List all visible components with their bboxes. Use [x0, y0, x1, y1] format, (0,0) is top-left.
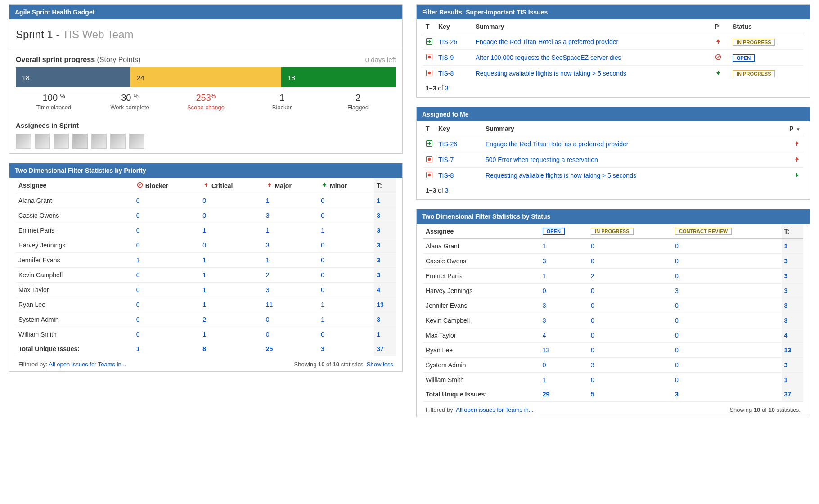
count-link[interactable]: 0: [675, 376, 679, 383]
row-total[interactable]: 4: [784, 332, 788, 339]
row-total[interactable]: 3: [377, 242, 380, 249]
count-link[interactable]: 1: [321, 316, 324, 323]
issue-key[interactable]: TIS-8: [438, 70, 454, 77]
count-link[interactable]: 4: [543, 332, 546, 339]
avatar[interactable]: [110, 134, 126, 149]
count-link[interactable]: 1: [136, 256, 140, 264]
total-critical[interactable]: 8: [202, 345, 206, 352]
count-link[interactable]: 1: [321, 301, 324, 308]
filter-link[interactable]: All open issues for Teams in...: [456, 406, 533, 413]
count-link[interactable]: 3: [591, 361, 594, 369]
issue-key[interactable]: TIS-8: [438, 172, 454, 179]
col-inprogress[interactable]: IN PROGRESS: [588, 224, 672, 239]
count-link[interactable]: 0: [591, 346, 594, 354]
count-link[interactable]: 0: [675, 302, 679, 309]
count-link[interactable]: 3: [543, 302, 546, 309]
count-link[interactable]: 0: [591, 376, 594, 383]
count-link[interactable]: 1: [321, 227, 324, 234]
row-total[interactable]: 1: [377, 331, 380, 338]
row-total[interactable]: 3: [377, 271, 380, 279]
count-link[interactable]: 0: [675, 243, 679, 250]
count-link[interactable]: 0: [321, 256, 324, 264]
count-link[interactable]: 2: [266, 271, 270, 279]
count-link[interactable]: 0: [675, 361, 679, 369]
count-link[interactable]: 0: [202, 197, 206, 204]
col-assignee[interactable]: Assignee: [16, 178, 134, 194]
count-link[interactable]: 3: [266, 242, 270, 249]
row-total[interactable]: 3: [784, 302, 788, 309]
count-link[interactable]: 0: [675, 346, 679, 354]
count-link[interactable]: 0: [321, 212, 324, 219]
total-minor[interactable]: 3: [321, 345, 324, 352]
row-total[interactable]: 3: [377, 212, 380, 219]
count-link[interactable]: 1: [543, 376, 546, 383]
count-link[interactable]: 0: [675, 272, 679, 279]
row-total[interactable]: 1: [784, 376, 788, 383]
count-link[interactable]: 0: [136, 331, 140, 338]
count-link[interactable]: 1: [543, 272, 546, 279]
total-major[interactable]: 25: [266, 345, 273, 352]
count-link[interactable]: 0: [136, 227, 140, 234]
count-link[interactable]: 0: [675, 257, 679, 265]
col-priority[interactable]: P: [712, 19, 730, 34]
count-link[interactable]: 0: [202, 242, 206, 249]
avatar[interactable]: [35, 134, 50, 149]
row-total[interactable]: 3: [377, 316, 380, 323]
count-link[interactable]: 3: [266, 212, 270, 219]
show-less-link[interactable]: Show less: [367, 361, 393, 368]
row-total[interactable]: 1: [377, 197, 380, 204]
col-key[interactable]: Key: [436, 19, 473, 34]
row-total[interactable]: 13: [377, 301, 384, 308]
issue-summary[interactable]: After 100,000 requests the SeeSpaceEZ se…: [476, 54, 621, 61]
count-link[interactable]: 0: [321, 197, 324, 204]
total-all[interactable]: 37: [784, 391, 792, 398]
count-link[interactable]: 11: [266, 301, 273, 308]
col-assignee[interactable]: Assignee: [423, 224, 540, 239]
issue-summary[interactable]: Engage the Red Titan Hotel as a preferre…: [476, 38, 619, 45]
row-total[interactable]: 3: [377, 256, 380, 264]
col-critical[interactable]: Critical: [200, 178, 263, 194]
issue-key[interactable]: TIS-26: [438, 38, 457, 45]
row-total[interactable]: 3: [784, 257, 788, 265]
count-link[interactable]: 3: [543, 317, 546, 324]
row-total[interactable]: 3: [377, 227, 380, 234]
count-link[interactable]: 0: [136, 286, 140, 293]
count-link[interactable]: 1: [543, 243, 546, 250]
row-total[interactable]: 3: [784, 272, 788, 279]
count-link[interactable]: 0: [675, 332, 679, 339]
count-link[interactable]: 0: [675, 317, 679, 324]
row-total[interactable]: 1: [784, 243, 788, 250]
row-total[interactable]: 3: [784, 287, 788, 294]
avatar[interactable]: [91, 134, 107, 149]
count-link[interactable]: 13: [543, 346, 550, 354]
count-link[interactable]: 1: [266, 227, 270, 234]
col-summary[interactable]: Summary: [483, 122, 786, 136]
count-link[interactable]: 3: [266, 286, 270, 293]
count-link[interactable]: 0: [321, 286, 324, 293]
issue-key[interactable]: TIS-7: [438, 156, 454, 163]
count-link[interactable]: 2: [591, 272, 594, 279]
count-link[interactable]: 0: [591, 287, 594, 294]
col-type[interactable]: T: [423, 19, 436, 34]
col-summary[interactable]: Summary: [473, 19, 712, 34]
count-link[interactable]: 0: [543, 361, 546, 369]
count-link[interactable]: 0: [321, 331, 324, 338]
count-link[interactable]: 1: [202, 331, 206, 338]
avatar[interactable]: [72, 134, 88, 149]
count-link[interactable]: 0: [321, 242, 324, 249]
total-contract[interactable]: 3: [675, 391, 679, 398]
count-link[interactable]: 0: [591, 302, 594, 309]
count-link[interactable]: 0: [136, 271, 140, 279]
count-link[interactable]: 1: [202, 256, 206, 264]
count-link[interactable]: 1: [266, 256, 270, 264]
count-link[interactable]: 1: [202, 301, 206, 308]
row-total[interactable]: 3: [784, 361, 788, 369]
total-inprog[interactable]: 5: [591, 391, 594, 398]
count-link[interactable]: 2: [202, 316, 206, 323]
count-link[interactable]: 0: [136, 242, 140, 249]
count-link[interactable]: 0: [321, 271, 324, 279]
count-link[interactable]: 3: [675, 287, 679, 294]
col-contract[interactable]: CONTRACT REVIEW: [672, 224, 782, 239]
issue-summary[interactable]: Engage the Red Titan Hotel as a preferre…: [486, 140, 629, 148]
row-total[interactable]: 3: [784, 317, 788, 324]
